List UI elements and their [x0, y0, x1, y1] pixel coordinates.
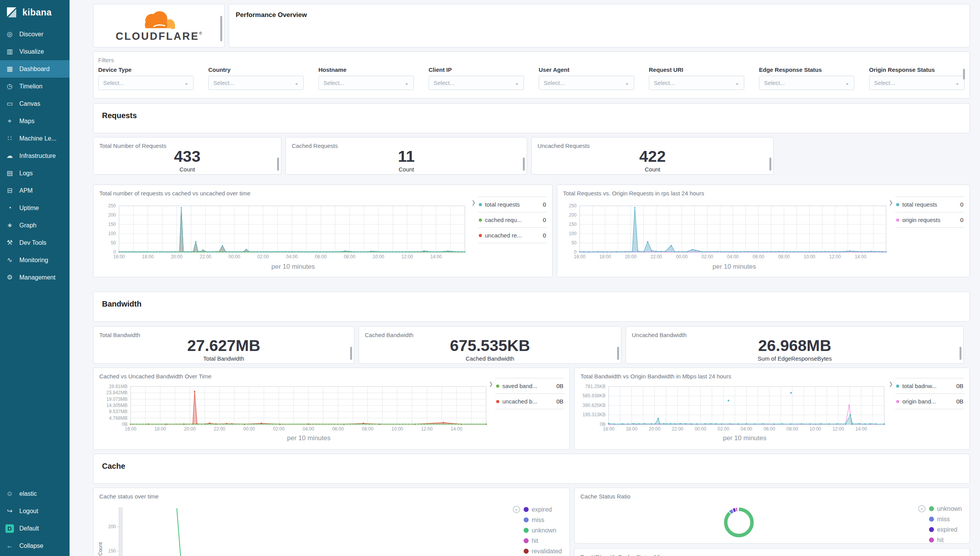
legend-collapse-icon[interactable]: »	[918, 505, 926, 512]
sidebar-item-discover[interactable]: ◎Discover	[0, 25, 70, 43]
legend-item-total-requests[interactable]: total requests0	[895, 197, 964, 212]
svg-text:14:00: 14:00	[856, 426, 867, 432]
select-placeholder: Select...	[103, 80, 124, 86]
sidebar-item-timelion[interactable]: ◷Timelion	[0, 78, 70, 95]
sidebar-item-collapse[interactable]: ←Collapse	[0, 537, 70, 554]
sidebar-item-graph[interactable]: ∗Graph	[0, 217, 70, 234]
select-placeholder: Select...	[544, 80, 565, 86]
legend-item-cached-requ[interactable]: cached requ...0	[478, 212, 547, 227]
kibana-logo-text: kibana	[22, 7, 52, 18]
legend-label: revalidated	[532, 548, 562, 555]
sidebar-item-canvas[interactable]: ▭Canvas	[0, 95, 70, 112]
user-agent-filter-select[interactable]: Select...⌄	[539, 76, 634, 90]
sidebar-item-logout[interactable]: ↪Logout	[0, 502, 70, 520]
legend-item-expired[interactable]: expired	[929, 524, 962, 535]
legend-item-unknown[interactable]: »unknown	[929, 503, 962, 514]
sidebar-item-maps[interactable]: ⌖Maps	[0, 112, 70, 130]
legend-item-total-badnw[interactable]: total badnw...0B	[895, 378, 964, 393]
sidebar-item-elastic[interactable]: ☺elastic	[0, 485, 70, 502]
total-vs-origin-bandwidth-chart[interactable]: 0B195.313KB390.625KB585.938KB781.25KB16:…	[580, 384, 887, 434]
sidebar-item-label: Timelion	[19, 83, 43, 90]
client-ip-filter-select[interactable]: Select...⌄	[429, 76, 524, 90]
chevron-down-icon: ⌄	[515, 80, 519, 86]
svg-text:10:00: 10:00	[810, 426, 821, 432]
sidebar-item-logs[interactable]: ▤Logs	[0, 164, 70, 182]
select-placeholder: Select...	[213, 80, 234, 86]
panel-scrollbar[interactable]	[277, 158, 279, 171]
user-icon: ☺	[5, 490, 14, 498]
canvas-icon: ▭	[5, 100, 14, 108]
legend-item-hit[interactable]: hit	[524, 536, 562, 546]
legend-label: expired	[937, 526, 957, 533]
sidebar-item-default[interactable]: DDefault	[0, 520, 70, 537]
sidebar-item-visualize[interactable]: ▥Visualize	[0, 43, 70, 60]
svg-text:4.768MB: 4.768MB	[109, 415, 128, 421]
legend-item-uncached-re[interactable]: uncached re...0	[478, 227, 547, 243]
cache-status-over-time-chart[interactable]: 200150100	[99, 505, 505, 556]
country-filter-select[interactable]: Select...⌄	[208, 76, 304, 90]
legend-item-hit[interactable]: hit	[929, 535, 962, 544]
svg-text:22:00: 22:00	[672, 426, 683, 432]
sidebar-item-machine-le[interactable]: ∷Machine Le...	[0, 130, 70, 147]
svg-text:04:00: 04:00	[740, 426, 752, 432]
logs-icon: ▤	[5, 169, 14, 177]
legend-collapse-icon[interactable]: »	[513, 506, 520, 513]
cache-status-ratio-panel: Cache Status Ratio »unknownmissexpiredhi…	[574, 488, 970, 544]
svg-text:08:00: 08:00	[362, 426, 373, 432]
chart-canvas: 0B4.768MB9.537MB14.305MB19.073MB23.842MB…	[99, 384, 489, 434]
sidebar-item-dashboard[interactable]: ▦Dashboard	[0, 60, 70, 78]
legend-dot	[479, 219, 482, 222]
legend-value: 0	[543, 217, 546, 223]
legend-item-saved-band[interactable]: saved band...0B	[495, 378, 564, 393]
legend-item-miss[interactable]: miss	[929, 514, 962, 524]
legend-label: total requests	[485, 201, 520, 208]
device-type-filter-select[interactable]: Select...⌄	[98, 76, 194, 90]
legend-value: 0	[543, 232, 546, 239]
legend-item-origin-band[interactable]: origin band...0B	[895, 393, 964, 409]
svg-text:02:00: 02:00	[701, 254, 713, 259]
discover-icon: ◎	[5, 30, 14, 38]
panel-scrollbar[interactable]	[523, 158, 525, 171]
edge-response-status-filter-select[interactable]: Select...⌄	[759, 76, 854, 90]
sidebar-item-dev-tools[interactable]: ⚒Dev Tools	[0, 234, 70, 251]
requests-over-time-chart[interactable]: 05010015020025016:0018:0020:0022:0000:00…	[99, 203, 468, 261]
panel-scrollbar[interactable]	[350, 347, 352, 360]
svg-text:20:00: 20:00	[184, 426, 196, 432]
sidebar-item-infrastructure[interactable]: ☁Infrastructure	[0, 147, 70, 164]
legend-item-unknown[interactable]: unknown	[524, 525, 562, 536]
sidebar-item-monitoring[interactable]: ∿Monitoring	[0, 251, 70, 269]
cached-vs-uncached-bandwidth-chart[interactable]: 0B4.768MB9.537MB14.305MB19.073MB23.842MB…	[99, 384, 489, 434]
kibana-logo-icon	[5, 6, 18, 19]
legend-collapse-icon[interactable]: ❯	[489, 381, 493, 387]
panel-scrollbar[interactable]	[220, 16, 222, 41]
sidebar-item-management[interactable]: ⚙Management	[0, 269, 70, 286]
metric-label: Cached Bandwidth	[466, 355, 514, 362]
legend-collapse-icon[interactable]: ❯	[889, 381, 893, 387]
legend-item-origin-requests[interactable]: origin requests0	[895, 212, 964, 228]
cache-status-ratio-donut[interactable]	[722, 506, 755, 539]
legend-item-uncached-b[interactable]: uncached b...0B	[495, 393, 564, 409]
panel-scrollbar[interactable]	[963, 69, 965, 80]
legend-dot	[896, 219, 899, 222]
panel-scrollbar[interactable]	[617, 347, 619, 360]
chart-title: Total Requests vs. Origin Requests in rp…	[557, 185, 970, 197]
legend-label: unknown	[937, 505, 962, 512]
panel-scrollbar[interactable]	[769, 158, 771, 171]
request-uri-filter-select[interactable]: Select...⌄	[649, 76, 744, 90]
legend-item-miss[interactable]: miss	[524, 515, 562, 525]
svg-text:20:00: 20:00	[625, 254, 636, 259]
sidebar-item-apm[interactable]: ⊟APM	[0, 182, 70, 199]
legend-item-total-requests[interactable]: total requests0	[478, 197, 547, 212]
legend-item-expired[interactable]: »expired	[524, 504, 562, 515]
metric-center: 27.627MBTotal Bandwidth	[94, 336, 354, 363]
requests-vs-origin-chart[interactable]: 05010015020025016:0018:0020:0022:0000:00…	[563, 203, 889, 261]
legend-collapse-icon[interactable]: ❯	[889, 200, 893, 205]
svg-text:28.61MB: 28.61MB	[109, 384, 128, 389]
hostname-filter-select[interactable]: Select...⌄	[318, 76, 414, 90]
legend-collapse-icon[interactable]: ❯	[471, 200, 476, 205]
legend-item-revalidated[interactable]: revalidated	[524, 546, 562, 556]
sidebar-item-uptime[interactable]: ◔Uptime	[0, 199, 70, 217]
origin-response-status-filter-select[interactable]: Select...⌄	[869, 76, 965, 90]
svg-text:12:00: 12:00	[421, 426, 433, 432]
panel-scrollbar[interactable]	[960, 347, 961, 360]
